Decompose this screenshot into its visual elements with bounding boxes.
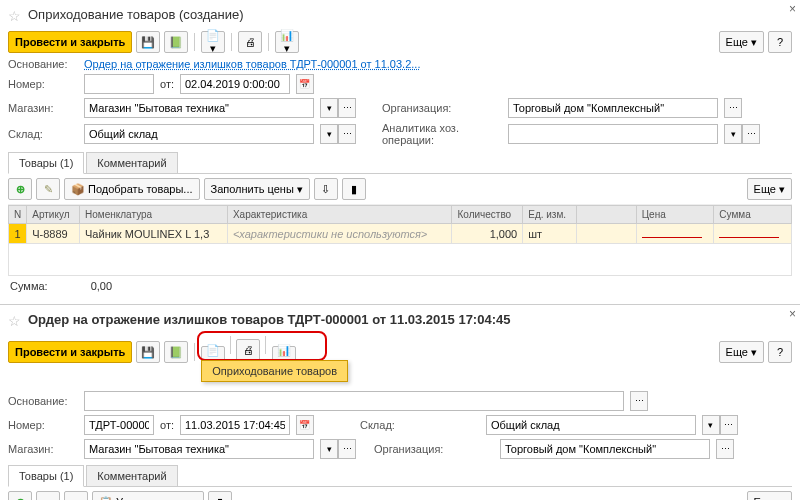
number-label: Номер:	[8, 419, 78, 431]
store-label: Магазин:	[8, 443, 78, 455]
report-button[interactable]: 📊▾	[275, 31, 299, 53]
org-label: Организация:	[382, 102, 502, 114]
analytics-label: Аналитика хоз. операции:	[382, 122, 502, 146]
more-button[interactable]: Еще ▾	[747, 178, 792, 200]
open-icon[interactable]: ⋯	[716, 439, 734, 459]
dropdown-icon[interactable]: ▾	[320, 98, 338, 118]
sum-value: 0,00	[91, 280, 112, 292]
sum-empty[interactable]	[719, 237, 779, 238]
surplus-order-window: × ☆ Ордер на отражение излишков товаров …	[0, 305, 800, 500]
goods-toolbar: ⊕ ✎ 📦 Подобрать товары... Заполнить цены…	[8, 174, 792, 205]
open-icon[interactable]: ⋯	[338, 98, 356, 118]
highlight-frame	[197, 331, 327, 361]
number-input[interactable]	[84, 74, 154, 94]
tabs: Товары (1) Комментарий	[8, 465, 792, 487]
edit-row-button[interactable]: ✎	[36, 178, 60, 200]
store-input[interactable]	[84, 98, 314, 118]
create-based-button[interactable]: 📄▾	[201, 31, 225, 53]
save-button[interactable]: 💾	[136, 31, 160, 53]
submit-close-button[interactable]: Провести и закрыть	[8, 341, 132, 363]
open-icon[interactable]: ⋯	[338, 439, 356, 459]
open-icon[interactable]: ⋯	[720, 415, 738, 435]
print-button[interactable]: 🖨	[238, 31, 262, 53]
barcode-button[interactable]: ▮	[342, 178, 366, 200]
save-button[interactable]: 💾	[136, 341, 160, 363]
main-toolbar: Провести и закрыть 💾 📗 📄▾ 🖨 📊▾ Еще ▾ ?	[8, 28, 792, 56]
analytics-input[interactable]	[508, 124, 718, 144]
window-title: Оприходование товаров (создание)	[28, 7, 792, 22]
col-qty[interactable]: Количество	[452, 206, 523, 224]
calendar-icon[interactable]: 📅	[296, 415, 314, 435]
basis-label: Основание:	[8, 58, 78, 70]
more-button[interactable]: Еще ▾	[747, 491, 792, 500]
create-based-menu: Оприходование товаров	[201, 360, 348, 382]
price-empty[interactable]	[642, 237, 702, 238]
dropdown-icon[interactable]: ▾	[320, 124, 338, 144]
warehouse-input[interactable]	[84, 124, 314, 144]
tabs: Товары (1) Комментарий	[8, 152, 792, 174]
menu-item-posting[interactable]: Оприходование товаров	[212, 365, 337, 377]
open-icon[interactable]: ⋯	[338, 124, 356, 144]
col-sum[interactable]: Сумма	[714, 206, 792, 224]
tab-comment[interactable]: Комментарий	[86, 465, 177, 486]
tab-comment[interactable]: Комментарий	[86, 152, 177, 173]
org-label: Организация:	[374, 443, 494, 455]
move-down-button[interactable]: ↓	[64, 491, 88, 500]
from-label: от:	[160, 78, 174, 90]
basis-link[interactable]: Ордер на отражение излишков товаров ТДРТ…	[84, 58, 420, 70]
goods-table: N Артикул Номенклатура Характеристика Ко…	[8, 205, 792, 276]
help-button[interactable]: ?	[768, 341, 792, 363]
help-button[interactable]: ?	[768, 31, 792, 53]
post-button[interactable]: 📗	[164, 31, 188, 53]
post-button[interactable]: 📗	[164, 341, 188, 363]
barcode-button[interactable]: ▮	[208, 491, 232, 500]
submit-close-button[interactable]: Провести и закрыть	[8, 31, 132, 53]
table-row[interactable]: 1 Ч-8889 Чайник MOULINEX L 1,3 <характер…	[9, 224, 792, 244]
dropdown-icon[interactable]: ▾	[702, 415, 720, 435]
col-article[interactable]: Артикул	[27, 206, 80, 224]
goods-toolbar: ⊕ ↑ ↓ 📋 Указать серии... ▮ Еще ▾	[8, 487, 792, 500]
favorite-star-icon[interactable]: ☆	[8, 8, 22, 22]
col-unit[interactable]: Ед. изм.	[523, 206, 576, 224]
import-button[interactable]: ⇩	[314, 178, 338, 200]
col-price[interactable]: Цена	[636, 206, 714, 224]
favorite-star-icon[interactable]: ☆	[8, 313, 22, 327]
move-up-button[interactable]: ↑	[36, 491, 60, 500]
open-icon[interactable]: ⋯	[630, 391, 648, 411]
number-input[interactable]	[84, 415, 154, 435]
warehouse-label: Склад:	[360, 419, 480, 431]
org-input[interactable]	[508, 98, 718, 118]
open-icon[interactable]: ⋯	[724, 98, 742, 118]
col-nomenclature[interactable]: Номенклатура	[80, 206, 228, 224]
add-row-button[interactable]: ⊕	[8, 178, 32, 200]
close-icon[interactable]: ×	[789, 307, 796, 321]
dropdown-icon[interactable]: ▾	[724, 124, 742, 144]
posting-goods-window: × ☆ Оприходование товаров (создание) Про…	[0, 0, 800, 305]
store-label: Магазин:	[8, 102, 78, 114]
org-input[interactable]	[500, 439, 710, 459]
number-label: Номер:	[8, 78, 78, 90]
tab-goods[interactable]: Товары (1)	[8, 465, 84, 487]
more-button[interactable]: Еще ▾	[719, 31, 764, 53]
warehouse-input[interactable]	[486, 415, 696, 435]
more-button[interactable]: Еще ▾	[719, 341, 764, 363]
close-icon[interactable]: ×	[789, 2, 796, 16]
add-row-button[interactable]: ⊕	[8, 491, 32, 500]
basis-label: Основание:	[8, 395, 78, 407]
open-icon[interactable]: ⋯	[742, 124, 760, 144]
calendar-icon[interactable]: 📅	[296, 74, 314, 94]
warehouse-label: Склад:	[8, 128, 78, 140]
dropdown-icon[interactable]: ▾	[320, 439, 338, 459]
col-characteristic[interactable]: Характеристика	[227, 206, 452, 224]
fill-prices-button[interactable]: Заполнить цены ▾	[204, 178, 310, 200]
tab-goods[interactable]: Товары (1)	[8, 152, 84, 174]
date-input[interactable]	[180, 415, 290, 435]
date-input[interactable]	[180, 74, 290, 94]
series-button[interactable]: 📋 Указать серии...	[92, 491, 204, 500]
main-toolbar: Провести и закрыть 💾 📗 📄▾ 🖨 📊▾ Оприходов…	[8, 333, 792, 371]
col-n[interactable]: N	[9, 206, 27, 224]
store-input[interactable]	[84, 439, 314, 459]
pick-goods-button[interactable]: 📦 Подобрать товары...	[64, 178, 200, 200]
basis-input[interactable]	[84, 391, 624, 411]
sum-label: Сумма:	[10, 280, 48, 292]
